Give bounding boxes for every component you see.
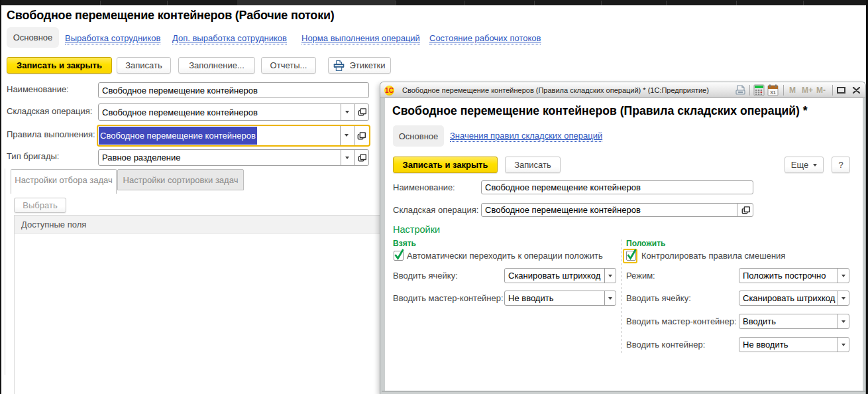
svg-text:31: 31 — [770, 90, 776, 96]
